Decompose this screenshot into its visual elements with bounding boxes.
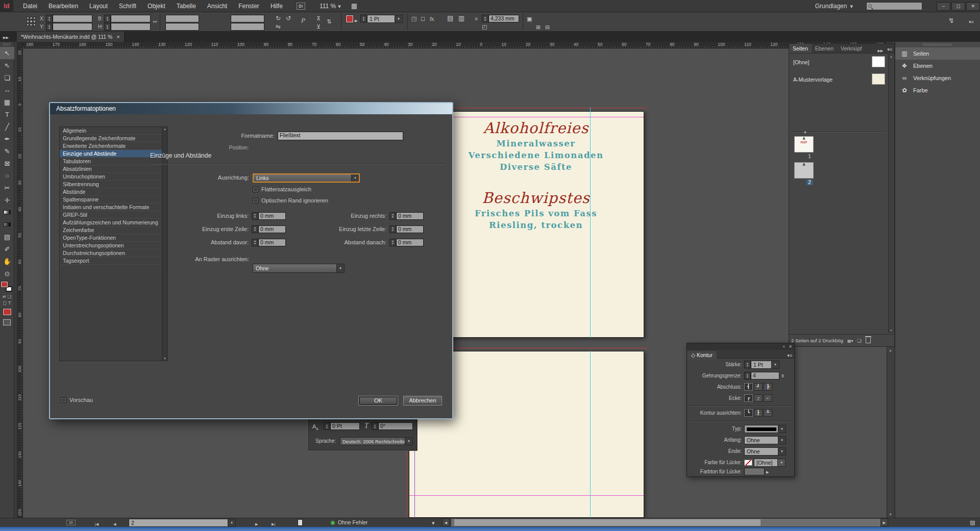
stroke-color-swatch[interactable] xyxy=(346,15,353,22)
tool-button[interactable]: ▦ xyxy=(0,96,14,108)
ruler-origin[interactable] xyxy=(17,42,23,48)
document-tab[interactable]: *Weihnachts-Menükarte.indd @ 111 % xyxy=(17,32,125,42)
corner-options-icon[interactable] xyxy=(475,16,478,22)
tool-button[interactable]: ↔ xyxy=(0,84,14,96)
next-page-button[interactable] xyxy=(255,520,258,527)
menubar-item[interactable]: Objekt xyxy=(142,0,171,12)
rotation-field[interactable] xyxy=(231,15,264,22)
align-to-grid-select[interactable]: Ohne xyxy=(253,264,345,273)
restore-button[interactable] xyxy=(951,2,965,11)
y-stepper[interactable] xyxy=(46,23,53,31)
cap-button[interactable]: ┫ xyxy=(744,383,753,391)
last-page-button[interactable] xyxy=(272,520,275,527)
corner-radius-stepper[interactable] xyxy=(482,15,488,22)
preview-checkbox[interactable] xyxy=(61,397,66,403)
height-field[interactable] xyxy=(111,23,151,31)
category-list-item[interactable]: Erweiterte Zeichenformate xyxy=(60,142,167,150)
start-select[interactable]: Ohne xyxy=(744,436,786,444)
tool-button[interactable]: ✒ xyxy=(0,133,14,145)
tool-button[interactable]: ✋ xyxy=(0,255,14,267)
tool-button[interactable]: ✎ xyxy=(0,145,14,157)
dock-item[interactable]: ✿ Farbe xyxy=(895,84,980,96)
menubar-item[interactable]: Tabelle xyxy=(171,0,202,12)
gap-color-swatch[interactable] xyxy=(744,460,752,466)
panel-tab[interactable]: Seiten xyxy=(789,44,812,53)
page-number-select[interactable]: 2 xyxy=(129,519,236,527)
chevron-down-icon[interactable] xyxy=(395,15,402,22)
close-window-button[interactable] xyxy=(966,2,980,11)
indent-field-stepper[interactable] xyxy=(252,239,258,246)
optischer-rand-checkbox[interactable] xyxy=(253,198,258,204)
menu-card-text[interactable]: Alkoholfreies MineralwasserVerschiedene … xyxy=(429,118,643,246)
panel-menu-icon[interactable] xyxy=(787,352,792,359)
cap-button[interactable]: ┛ xyxy=(754,383,763,391)
skew-field[interactable]: 0° xyxy=(378,422,413,430)
tool-button[interactable]: T xyxy=(0,108,14,120)
join-button[interactable]: ┏ xyxy=(744,394,753,402)
baseline-shift-stepper[interactable] xyxy=(324,422,330,430)
object-effects-icon[interactable] xyxy=(411,15,416,21)
workspace-switcher[interactable]: Grundlagen xyxy=(815,3,847,10)
scroll-right-button[interactable] xyxy=(880,518,888,526)
chevron-down-icon[interactable] xyxy=(336,264,344,272)
dock-drag-handle[interactable] xyxy=(923,43,952,46)
close-panel-icon[interactable] xyxy=(789,343,792,350)
skew-stepper[interactable] xyxy=(372,422,378,430)
tool-button[interactable]: ✐ xyxy=(0,243,14,255)
width-field[interactable] xyxy=(111,15,151,22)
rotate-ccw-icon[interactable] xyxy=(286,15,291,21)
panel-tab[interactable]: Verknüpf xyxy=(837,44,865,53)
menubar-item[interactable]: Ansicht xyxy=(202,0,233,12)
pages-panel-scrollbar[interactable] xyxy=(888,54,894,333)
panel-menu-icon[interactable] xyxy=(887,46,892,53)
chevron-down-icon[interactable] xyxy=(351,174,359,182)
control-panel-menu-icon[interactable] xyxy=(969,18,974,25)
corner-radius-field[interactable]: 4,233 mm xyxy=(488,15,519,22)
new-spread-icon[interactable] xyxy=(847,337,853,344)
flattersatz-checkbox[interactable] xyxy=(253,187,258,192)
indent-field-input[interactable]: 0 mm xyxy=(396,212,424,220)
add-style-icon[interactable] xyxy=(536,24,541,30)
dialog-titlebar[interactable]: Absatzformatoptionen xyxy=(50,103,452,114)
first-page-button[interactable] xyxy=(95,520,99,527)
indent-field-input[interactable]: 0 mm xyxy=(258,212,286,220)
formatting-container-icon[interactable]: ◻ xyxy=(3,300,7,306)
master-thumbnail[interactable] xyxy=(872,56,885,67)
vertical-ruler[interactable]: 2010010203040506070809010011012013014015… xyxy=(17,48,23,518)
minimize-button[interactable] xyxy=(937,2,950,11)
category-list-item[interactable]: Spaltenspanne xyxy=(60,196,167,204)
formatname-field[interactable]: Fließtext xyxy=(278,132,403,140)
scroll-left-button[interactable] xyxy=(442,518,450,526)
column-guide-page2[interactable] xyxy=(590,351,591,518)
y-field[interactable] xyxy=(53,23,92,31)
expand-panels-icon[interactable] xyxy=(3,34,9,41)
menubar-item[interactable]: Schrift xyxy=(113,0,142,12)
language-select[interactable]: Deutsch: 2006 Rechtschreibr... xyxy=(340,437,413,445)
text-wrap-off-icon[interactable] xyxy=(447,15,453,21)
quick-apply-icon[interactable] xyxy=(948,17,954,23)
preflight-icon[interactable] xyxy=(298,519,303,526)
previous-page-button[interactable] xyxy=(113,520,116,527)
miter-field[interactable]: 4 xyxy=(751,372,779,380)
indent-field-stepper[interactable] xyxy=(252,212,258,220)
indent-field-input[interactable]: 0 mm xyxy=(258,239,286,246)
vertical-scrollbar[interactable] xyxy=(887,347,894,518)
chevron-down-icon[interactable] xyxy=(778,425,786,433)
collapse-panel-icon[interactable] xyxy=(877,47,883,53)
tool-button[interactable]: ○ xyxy=(0,169,14,182)
dock-item[interactable]: ∞ Verknüpfungen xyxy=(895,72,980,84)
dock-item[interactable]: ▥ Seiten xyxy=(895,47,980,60)
default-fill-stroke-icon[interactable]: ❑ xyxy=(8,294,11,299)
master-item[interactable]: A-Mustervorlage xyxy=(789,71,894,88)
page-thumbnail[interactable]: A FEST xyxy=(794,136,814,153)
tool-button[interactable]: ↖ xyxy=(0,47,14,59)
align-stroke-button[interactable]: ┗ xyxy=(744,409,753,417)
fill-stroke-swatches[interactable] xyxy=(1,282,13,293)
tool-button[interactable]: ╱ xyxy=(0,120,14,133)
x-stepper[interactable] xyxy=(46,15,53,22)
cap-button[interactable]: ┣ xyxy=(764,383,772,391)
alignment-select[interactable]: Links xyxy=(253,173,360,183)
constrain-proportions-icon[interactable] xyxy=(153,18,157,24)
menubar-item[interactable]: Datei xyxy=(17,0,43,12)
horizontal-scrollbar-thumb[interactable] xyxy=(454,519,761,526)
